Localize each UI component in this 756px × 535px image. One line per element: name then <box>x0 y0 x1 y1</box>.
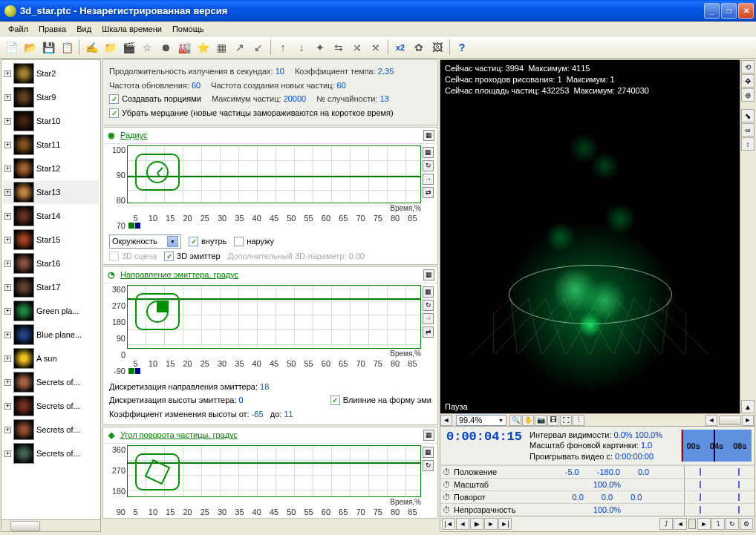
tree-item-secrets-of-[interactable]: +Secrets of... <box>3 442 99 465</box>
join-icon[interactable]: ⤧ <box>368 39 384 56</box>
menu-edit[interactable]: Правка <box>33 23 71 35</box>
direction-title[interactable]: Направление эмиттера, градус <box>120 270 238 279</box>
curve-icon[interactable]: ✍ <box>83 39 100 56</box>
orbit-icon[interactable]: ⟲ <box>741 60 755 73</box>
radius-side3-icon[interactable]: → <box>423 174 434 185</box>
prop-row-2[interactable]: ⏱Поворот0.00.00.0 <box>440 490 755 503</box>
arrow-down-icon[interactable]: ↓ <box>293 39 310 56</box>
coeff-to-value[interactable]: 11 <box>284 410 293 419</box>
timeline-ruler[interactable]: 00s04s08s <box>681 430 752 462</box>
first-frame-icon[interactable]: |◄ <box>442 518 455 530</box>
expand-icon[interactable]: + <box>4 332 11 338</box>
expand-icon[interactable]: + <box>4 118 11 125</box>
close-button[interactable]: ✕ <box>738 3 754 19</box>
dir-side2-icon[interactable]: ↻ <box>423 300 434 311</box>
open-icon[interactable]: 📂 <box>22 39 38 56</box>
settings-icon[interactable]: ⚙ <box>740 518 753 530</box>
nav-right-icon[interactable]: ► <box>742 415 754 426</box>
tree-item-star11[interactable]: +Star11 <box>3 133 99 157</box>
refresh-value[interactable]: 60 <box>192 81 201 90</box>
menu-file[interactable]: Файл <box>3 23 33 35</box>
rot-side2-icon[interactable]: ↻ <box>423 460 434 471</box>
expand-icon[interactable]: + <box>4 308 11 315</box>
star-icon[interactable]: ☆ <box>139 39 155 56</box>
discr-dir-value[interactable]: 18 <box>260 382 269 391</box>
dots-icon[interactable]: ⋮ <box>573 415 584 426</box>
coeff-from-value[interactable]: -65 <box>252 410 264 419</box>
minimize-button[interactable]: _ <box>704 3 720 19</box>
axis-z-icon[interactable]: ↕ <box>741 137 755 151</box>
expand-icon[interactable]: + <box>4 237 11 243</box>
dir-side3-icon[interactable]: → <box>423 313 434 324</box>
prop-row-0[interactable]: ⏱Положение-5.0-180.00.0 <box>440 465 755 478</box>
mag-icon[interactable]: 🔍 <box>509 415 521 426</box>
expand-icon[interactable]: + <box>4 70 11 77</box>
expand-icon[interactable]: + <box>4 355 11 362</box>
zoom-combo[interactable]: 99.4%▼ <box>456 415 506 426</box>
max-value[interactable]: 20000 <box>284 94 307 103</box>
layers-icon[interactable]: ▦ <box>213 39 229 56</box>
menu-view[interactable]: Вид <box>71 23 97 35</box>
radius-side4-icon[interactable]: ⇄ <box>423 187 434 198</box>
help-icon[interactable]: ? <box>454 39 470 56</box>
export-icon[interactable]: ↗ <box>232 39 248 56</box>
hand-icon[interactable]: ✋ <box>522 415 534 426</box>
rot-side1-icon[interactable]: ▦ <box>423 447 434 458</box>
emitter-tree[interactable]: +Star2+Star9+Star10+Star11+Star12+Star13… <box>1 60 100 519</box>
tree-item-secrets-of-[interactable]: +Secrets of... <box>3 418 99 442</box>
expand-icon[interactable]: + <box>4 284 11 291</box>
direction-chart[interactable] <box>127 285 421 349</box>
play-icon[interactable]: ▶ <box>470 518 483 530</box>
film-icon[interactable]: 🎞 <box>547 415 559 426</box>
key-fwd-icon[interactable]: ⤵ <box>711 518 725 530</box>
prop-row-3[interactable]: ⏱Непрозрачность100.0% <box>440 503 755 516</box>
stopwatch-icon[interactable]: ⏱ <box>440 493 452 502</box>
favorite-icon[interactable]: ⭐ <box>195 39 211 56</box>
duration-value[interactable]: 10 <box>276 67 284 76</box>
branch-icon[interactable]: ⤨ <box>349 39 365 56</box>
inside-checkbox[interactable]: ✓внутрь <box>189 237 227 246</box>
radius-opts-icon[interactable]: ▦ <box>423 130 434 141</box>
tree-item-green-pla-[interactable]: +Green pla... <box>3 299 99 323</box>
axis-link-icon[interactable]: ∞ <box>741 123 755 137</box>
maximize-button[interactable]: □ <box>721 3 737 19</box>
scatter-icon[interactable]: ✦ <box>312 39 328 56</box>
clapper-icon[interactable]: 🎬 <box>120 39 137 56</box>
prev-frame-icon[interactable]: ◄ <box>456 518 469 530</box>
tree-item-star15[interactable]: +Star15 <box>3 228 99 252</box>
radius-side2-icon[interactable]: ↻ <box>423 160 434 171</box>
expand-icon[interactable]: + <box>4 213 11 220</box>
nav-thumb[interactable] <box>719 416 741 425</box>
arrow-up-icon[interactable]: ↑ <box>275 39 291 56</box>
tree-item-a-sun[interactable]: +A sun <box>3 347 99 370</box>
sidebar-hscroll[interactable] <box>1 519 100 531</box>
frame-icon[interactable]: ⛶ <box>560 415 572 426</box>
folder-icon[interactable]: 📁 <box>102 39 118 56</box>
rotation-title[interactable]: Угол поворота частицы, градус <box>120 430 238 439</box>
expand-icon[interactable]: + <box>4 260 11 267</box>
merge-icon[interactable]: ⇆ <box>330 39 347 56</box>
record-icon[interactable]: ⏺ <box>157 39 174 56</box>
nav-left-icon[interactable]: ◄ <box>706 415 717 426</box>
scroll-up-icon[interactable]: ▲ <box>741 400 755 413</box>
loop-icon[interactable]: ↻ <box>726 518 739 530</box>
tempo-value[interactable]: 2.35 <box>378 67 394 76</box>
preview-canvas[interactable]: Сейчас частиц: 3994 Максимум: 4115 Сейча… <box>440 59 740 414</box>
tree-item-secrets-of-[interactable]: +Secrets of... <box>3 394 99 418</box>
tree-item-star17[interactable]: +Star17 <box>3 275 99 299</box>
import-icon[interactable]: ↙ <box>250 39 267 56</box>
prop-row-1[interactable]: ⏱Масштаб100.0% <box>440 478 755 490</box>
key-prev-icon[interactable]: ◄ <box>674 518 687 530</box>
timecode[interactable]: 0:00:04:15 <box>443 430 525 462</box>
tree-item-blue-plane-[interactable]: +Blue plane... <box>3 323 99 347</box>
key-next-icon[interactable]: ► <box>697 518 711 530</box>
x2-icon[interactable]: x2 <box>392 39 408 56</box>
pan-icon[interactable]: ✥ <box>741 74 755 88</box>
radius-title[interactable]: Радиус <box>120 131 148 140</box>
menu-help[interactable]: Помощь <box>167 23 209 35</box>
stopwatch-icon[interactable]: ⏱ <box>440 480 452 489</box>
tree-item-star10[interactable]: +Star10 <box>3 109 99 133</box>
key-back-icon[interactable]: ⤴ <box>659 518 673 530</box>
prop-track[interactable] <box>684 479 755 490</box>
scroll-left-icon[interactable]: ◄ <box>440 415 452 426</box>
